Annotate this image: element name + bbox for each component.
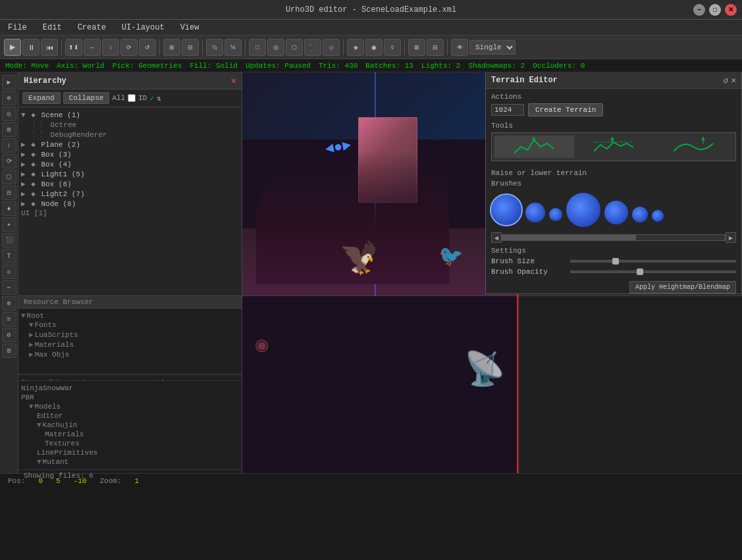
terrain-close-button[interactable]: ✕ (731, 75, 736, 86)
layer-remove[interactable]: ⊟ (427, 39, 444, 56)
left-icon-2[interactable]: ⊕ (2, 91, 16, 105)
menu-view[interactable]: View (178, 22, 202, 34)
tree-item-light1[interactable]: ▶ ◆ Light1 (5) (18, 169, 242, 179)
play-button[interactable]: ▶ (4, 39, 21, 56)
left-icon-10[interactable]: ✦ (2, 217, 16, 232)
left-icon-3[interactable]: ◎ (2, 107, 16, 121)
brush-5[interactable] (604, 201, 628, 224)
all-checkbox[interactable] (128, 94, 136, 102)
quarter-tool[interactable]: ¼ (225, 39, 242, 56)
hex-select[interactable]: ⬡ (286, 39, 303, 56)
brush-3[interactable] (549, 208, 562, 221)
tree-item-scene[interactable]: ▼ ◆ Scene (1) (18, 110, 242, 120)
tree-item-octree[interactable]: ⋮⋮ Octree (18, 120, 242, 130)
solid-select[interactable]: ⬛ (304, 39, 321, 56)
left-icon-8[interactable]: ⊟ (2, 186, 16, 200)
terrain-refresh-button[interactable]: ↺ (723, 75, 728, 86)
sphere-select[interactable]: ◎ (267, 39, 284, 56)
left-icon-11[interactable]: ⬛ (2, 233, 16, 247)
stop-button[interactable]: ⏮ (41, 39, 58, 56)
brush-7[interactable] (652, 210, 664, 222)
hierarchy-close-button[interactable]: ✕ (231, 75, 236, 86)
expand-button[interactable]: Expand (22, 92, 61, 104)
left-icon-14[interactable]: ⋯ (2, 280, 16, 295)
tree-item-box3[interactable]: ▶ ◆ Box (3) (18, 149, 242, 159)
brushes-scrollbar[interactable] (502, 234, 726, 241)
minimize-button[interactable]: – (693, 4, 705, 16)
tree-item-node8[interactable]: ▶ ◆ Node (8) (18, 199, 242, 209)
res-tree-pbr[interactable]: PBR (21, 393, 239, 402)
res-tree-kachujin[interactable]: ▼Kachujin (21, 420, 239, 430)
res-tree-fonts[interactable]: ▼Fonts (21, 320, 239, 330)
tree-item-ui[interactable]: UI [1] (18, 209, 242, 218)
menu-file[interactable]: File (5, 22, 30, 34)
sort-icon[interactable]: ⇅ (157, 94, 161, 103)
terrain-tool-smooth[interactable] (653, 136, 733, 158)
res-tree-mutant[interactable]: ▼Mutant (21, 457, 239, 467)
brush-6[interactable] (632, 207, 648, 222)
terrain-size-input[interactable] (491, 104, 524, 116)
left-icon-16[interactable]: ≡ (2, 312, 16, 326)
tree-item-box6[interactable]: ▶ ◆ Box (6) (18, 179, 242, 189)
brushes-next-button[interactable]: ► (726, 232, 736, 243)
brush-2[interactable] (525, 203, 545, 222)
viewport-bottom[interactable]: 📡 ◉ (242, 296, 518, 473)
tool-a[interactable]: ◈ (347, 39, 364, 56)
left-icon-9[interactable]: ♦ (2, 201, 16, 216)
grid-tool[interactable]: ⊟ (182, 39, 199, 56)
terrain-tool-flatten[interactable] (574, 136, 654, 158)
res-tree-textures[interactable]: Textures (21, 439, 239, 448)
terrain-create-button[interactable]: Create Terrain (528, 103, 603, 116)
move-tool3[interactable]: ↕ (102, 39, 119, 56)
brush-4[interactable] (566, 193, 600, 227)
brushes-prev-button[interactable]: ◄ (491, 232, 502, 243)
res-tree-materials[interactable]: ▶Materials (21, 340, 239, 349)
apply-heightmap-button[interactable]: Apply Heightmap/Blendmap (629, 281, 736, 293)
left-icon-18[interactable]: ⊞ (2, 344, 16, 358)
tree-item-box4[interactable]: ▶ ◆ Box (4) (18, 159, 242, 169)
brush-size-slider[interactable] (570, 260, 736, 263)
left-icon-17[interactable]: ⚙ (2, 328, 16, 342)
res-tree-editor[interactable]: Editor (21, 411, 239, 420)
scale-tool[interactable]: ↺ (139, 39, 156, 56)
tree-item-plane[interactable]: ▶ ◆ Plane (2) (18, 140, 242, 149)
view-mode-select[interactable]: Single (469, 40, 516, 55)
res-tree-maxobjs[interactable]: ▶Max Objs (21, 349, 239, 359)
menu-ui-layout[interactable]: UI-layout (119, 22, 167, 34)
tool-b[interactable]: ◉ (365, 39, 383, 56)
maximize-button[interactable]: □ (709, 4, 721, 16)
tree-item-debugrenderer[interactable]: ⋮⋮ DebugRenderer (18, 130, 242, 140)
snap-tool[interactable]: ⊞ (163, 39, 180, 56)
wire-select[interactable]: ◇ (323, 39, 340, 56)
left-icon-1[interactable]: ▶ (2, 75, 16, 89)
collapse-button[interactable]: Collapse (63, 92, 110, 104)
res-tree-models[interactable]: ▼Models (21, 402, 239, 411)
half-tool[interactable]: ½ (206, 39, 223, 56)
left-icon-6[interactable]: ⟳ (2, 154, 16, 168)
brush-opacity-slider[interactable] (570, 270, 736, 273)
box-select[interactable]: □ (249, 39, 266, 56)
brush-1[interactable] (491, 195, 521, 225)
terrain-tool-raise[interactable] (494, 136, 574, 158)
left-icon-13[interactable]: ◇ (2, 265, 16, 279)
pause-button[interactable]: ⏸ (22, 39, 40, 56)
res-tree-materials-sub[interactable]: Materials (21, 430, 239, 439)
eye-tool[interactable]: 👁 (451, 39, 468, 56)
close-button[interactable]: ✕ (725, 4, 737, 16)
left-icon-4[interactable]: ⊞ (2, 122, 16, 137)
left-icon-5[interactable]: ↕ (2, 138, 16, 153)
res-tree-lineprimitives[interactable]: LinePrimitives (21, 448, 239, 457)
tree-item-light2[interactable]: ▶ ◆ Light2 (7) (18, 189, 242, 199)
left-icon-7[interactable]: ⬡ (2, 170, 16, 184)
move-tool[interactable]: ⬆⬇ (65, 39, 82, 56)
move-tool2[interactable]: ↔ (84, 39, 101, 56)
left-icon-12[interactable]: T (2, 249, 16, 263)
res-tree-ninjasnowwar[interactable]: NinjaSnowWar (21, 384, 239, 393)
layer-add[interactable]: ⊞ (408, 39, 425, 56)
res-tree-luascripts[interactable]: ▶LuaScripts (21, 330, 239, 340)
menu-edit[interactable]: Edit (40, 22, 65, 34)
tool-c[interactable]: ◊ (384, 39, 401, 56)
left-icon-15[interactable]: ⊕ (2, 296, 16, 311)
viewport[interactable]: ◄●► 🦅 🐦 (242, 72, 518, 295)
res-tree-root[interactable]: ▼Root (21, 311, 239, 320)
